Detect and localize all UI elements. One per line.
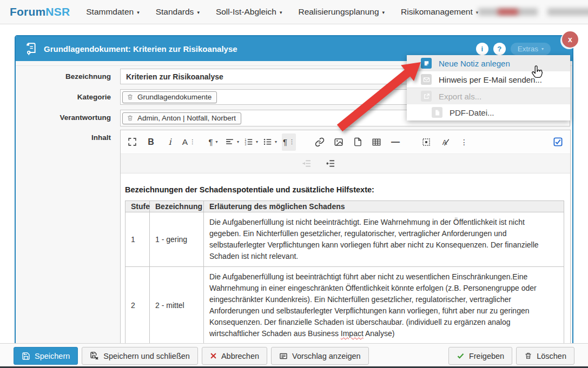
button-label: Vorschlag anzeigen	[292, 352, 361, 360]
font-options-icon[interactable]: A⋮	[182, 133, 196, 151]
scroll-document-icon	[23, 42, 37, 56]
menu-risikomanagement[interactable]: Risikomanagement▾	[401, 7, 478, 17]
trash-icon	[524, 352, 532, 360]
richtext-editor: B i A⋮ ¶▾ ▾ 123▾ ▾ ¶⋮ — A ⋮	[120, 130, 571, 344]
unordered-list-icon[interactable]: ▾	[263, 133, 277, 151]
loeschen-button[interactable]: Löschen	[516, 347, 574, 365]
save-icon	[22, 352, 30, 360]
close-icon: x	[568, 35, 572, 44]
menu-item-email-hinweis[interactable]: Hinweis per E-Mail senden...	[407, 71, 570, 88]
main-menu: Stammdaten▾ Standards▾ Soll-Ist-Abgleich…	[86, 7, 478, 17]
top-navbar: ForumNSR Stammdaten▾ Standards▾ Soll-Ist…	[0, 0, 588, 24]
menu-standards[interactable]: Standards▾	[156, 7, 200, 17]
schadenspotentiale-table: Stufe Bezeichnung Erläuterung des möglic…	[125, 200, 564, 344]
extras-label: Extras	[518, 45, 538, 53]
menu-item-label: Neue Notiz anlegen	[439, 59, 510, 68]
email-icon	[421, 74, 432, 85]
abbrechen-button[interactable]: Abbrechen	[202, 347, 267, 365]
speichern-button[interactable]: Speichern	[14, 347, 78, 365]
more-options-icon[interactable]: ⋮	[457, 133, 471, 151]
button-label: Speichern	[35, 352, 70, 360]
info-button[interactable]: i	[476, 43, 488, 55]
logo-part1: Forum	[10, 5, 45, 18]
menu-item-pdf-datei[interactable]: PDF-Datei...	[407, 104, 570, 121]
align-icon[interactable]: ▾	[225, 133, 239, 151]
special-container-icon[interactable]	[419, 133, 433, 151]
ordered-list-icon[interactable]: 123▾	[244, 133, 258, 151]
cancel-x-icon	[210, 352, 217, 359]
editor-toolbar-row2	[121, 154, 570, 173]
close-button[interactable]: x	[562, 31, 578, 48]
footer-right-buttons: Freigeben Löschen	[448, 347, 574, 365]
horizontal-rule-icon[interactable]: —	[388, 133, 402, 151]
cell-stufe: 1	[125, 212, 150, 267]
menu-label: Soll-Ist-Abgleich	[216, 7, 276, 17]
fullscreen-icon[interactable]	[125, 133, 139, 151]
extras-context-menu: Neue Notiz anlegen Hinweis per E-Mail se…	[407, 55, 570, 121]
menu-label: Realisierungsplanung	[298, 7, 379, 17]
checkmark-icon	[457, 352, 465, 360]
bold-icon[interactable]: B	[144, 133, 158, 151]
outdent-icon[interactable]	[299, 155, 313, 172]
menu-label: Stammdaten	[86, 7, 134, 17]
button-label: Freigeben	[469, 352, 504, 360]
button-label: Löschen	[537, 352, 566, 360]
menu-item-label: Export als...	[439, 92, 481, 101]
app-logo[interactable]: ForumNSR	[10, 5, 70, 18]
chip-label: Admin, Anton | Notfall, Norbert	[137, 114, 236, 122]
menu-label: Standards	[156, 7, 194, 17]
file-icon[interactable]	[351, 133, 365, 151]
content-heading: Bezeichnungen der Schadenspotentiale und…	[125, 185, 570, 194]
redacted-username	[478, 7, 588, 17]
pdf-file-icon	[432, 107, 442, 118]
image-icon[interactable]	[332, 133, 346, 151]
table-header-row: Stufe Bezeichnung Erläuterung des möglic…	[125, 201, 564, 212]
indent-icon[interactable]	[323, 155, 337, 172]
table-row: 2 2 - mittel Die Aufgabenerfüllung ist b…	[125, 267, 564, 344]
freigeben-button[interactable]: Freigeben	[448, 347, 512, 365]
help-button[interactable]: ?	[493, 43, 506, 55]
kategorie-label: Kategorie	[16, 89, 111, 105]
speichern-und-schliessen-button[interactable]: Speichern und schließen	[82, 347, 198, 365]
vorschlag-anzeigen-button[interactable]: Vorschlag anzeigen	[271, 347, 369, 365]
menu-label: Risikomanagement	[401, 7, 473, 17]
paragraph-style-icon[interactable]: ¶⋮	[282, 133, 296, 151]
col-header-erlaeuterung: Erläuterung des möglichen Schadens	[204, 201, 564, 212]
note-icon	[421, 58, 432, 69]
trash-icon[interactable]	[127, 115, 134, 122]
user-area[interactable]: (ADMINISTRATOR) ▾	[478, 3, 588, 21]
menu-item-export-als[interactable]: Export als...	[407, 88, 570, 104]
header-actions: i ? Extras▾	[476, 43, 565, 55]
button-label: Abbrechen	[221, 352, 259, 360]
cell-erlaeuterung: Die Aufgabenerfüllung ist beeinträchtigt…	[204, 267, 564, 344]
editor-checkbox[interactable]	[553, 137, 563, 146]
table-icon[interactable]	[369, 133, 384, 151]
col-header-stufe: Stufe	[125, 201, 150, 212]
cell-erlaeuterung: Die Aufgabenerfüllung ist nicht beeinträ…	[204, 212, 564, 267]
inhalt-label: Inhalt	[16, 130, 111, 145]
paragraph-format-icon[interactable]: ¶▾	[206, 133, 220, 151]
chevron-down-icon: ▾	[541, 46, 544, 51]
menu-item-neue-notiz[interactable]: Neue Notiz anlegen	[407, 55, 570, 71]
footer-button-bar: Speichern Speichern und schließen Abbrec…	[0, 343, 588, 368]
extras-button[interactable]: Extras▾	[511, 43, 551, 55]
verantwortung-chip[interactable]: Admin, Anton | Notfall, Norbert	[122, 112, 241, 124]
menu-soll-ist-abgleich[interactable]: Soll-Ist-Abgleich▾	[216, 7, 282, 17]
link-icon[interactable]	[313, 133, 327, 151]
kategorie-chip[interactable]: Grundlagendokumente	[122, 91, 217, 103]
cell-bezeichnung: 2 - mittel	[150, 267, 204, 344]
svg-text:3: 3	[245, 143, 246, 146]
trash-icon[interactable]	[127, 93, 134, 101]
menu-realisierungsplanung[interactable]: Realisierungsplanung▾	[298, 7, 385, 17]
spellcheck-word: Impact	[341, 329, 364, 338]
help-icon: ?	[497, 45, 501, 53]
editor-toolbar-row1: B i A⋮ ¶▾ ▾ 123▾ ▾ ¶⋮ — A ⋮	[121, 130, 570, 154]
editor-content-area[interactable]: Bezeichnungen der Schadenspotentiale und…	[121, 173, 570, 344]
export-icon	[421, 91, 432, 102]
menu-stammdaten[interactable]: Stammdaten▾	[86, 7, 139, 17]
chevron-down-icon: ▾	[382, 10, 385, 15]
italic-icon[interactable]: i	[163, 133, 177, 151]
table-row: 1 1 - gering Die Aufgabenerfüllung ist n…	[125, 212, 564, 267]
clear-formatting-icon[interactable]: A	[438, 133, 452, 151]
button-label: Speichern und schließen	[103, 352, 190, 360]
